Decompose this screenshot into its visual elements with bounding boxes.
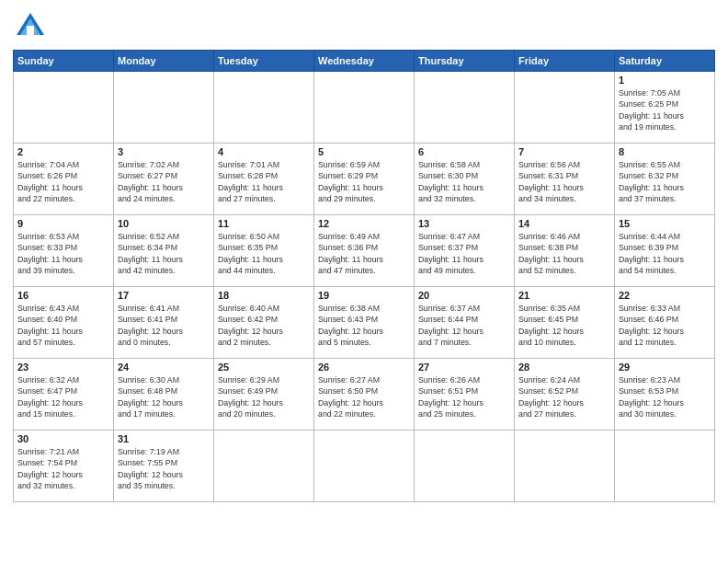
day-number: 8	[619, 146, 711, 157]
day-number: 6	[418, 146, 510, 157]
weekday-header-tuesday: Tuesday	[214, 51, 314, 72]
day-info: Sunrise: 7:21 AM Sunset: 7:54 PM Dayligh…	[17, 446, 109, 491]
day-number: 29	[619, 362, 711, 373]
day-number: 3	[118, 146, 210, 157]
day-info: Sunrise: 6:59 AM Sunset: 6:29 PM Dayligh…	[318, 159, 410, 204]
day-info: Sunrise: 7:05 AM Sunset: 6:25 PM Dayligh…	[619, 87, 711, 132]
day-info: Sunrise: 6:33 AM Sunset: 6:46 PM Dayligh…	[619, 303, 711, 348]
day-info: Sunrise: 6:52 AM Sunset: 6:34 PM Dayligh…	[118, 231, 210, 276]
day-info: Sunrise: 7:19 AM Sunset: 7:55 PM Dayligh…	[118, 446, 210, 491]
day-cell: 25Sunrise: 6:29 AM Sunset: 6:49 PM Dayli…	[214, 359, 314, 431]
day-number: 7	[518, 146, 610, 157]
day-number: 15	[619, 218, 711, 229]
day-info: Sunrise: 6:23 AM Sunset: 6:53 PM Dayligh…	[619, 374, 711, 419]
day-number: 25	[218, 362, 310, 373]
week-row-6: 30Sunrise: 7:21 AM Sunset: 7:54 PM Dayli…	[14, 431, 715, 502]
day-number: 31	[118, 433, 210, 444]
day-number: 13	[418, 218, 510, 229]
day-number: 12	[318, 218, 410, 229]
day-info: Sunrise: 6:55 AM Sunset: 6:32 PM Dayligh…	[619, 159, 711, 204]
week-row-3: 9Sunrise: 6:53 AM Sunset: 6:33 PM Daylig…	[14, 215, 715, 287]
day-cell: 11Sunrise: 6:50 AM Sunset: 6:35 PM Dayli…	[214, 215, 314, 287]
svg-rect-2	[27, 26, 34, 35]
day-number: 14	[518, 218, 610, 229]
day-cell: 2Sunrise: 7:04 AM Sunset: 6:26 PM Daylig…	[14, 144, 114, 215]
day-cell: 31Sunrise: 7:19 AM Sunset: 7:55 PM Dayli…	[114, 431, 214, 502]
day-cell: 22Sunrise: 6:33 AM Sunset: 6:46 PM Dayli…	[615, 287, 715, 359]
day-cell: 3Sunrise: 7:02 AM Sunset: 6:27 PM Daylig…	[114, 144, 214, 215]
day-info: Sunrise: 6:46 AM Sunset: 6:38 PM Dayligh…	[518, 231, 610, 276]
day-cell	[415, 431, 515, 502]
day-cell: 16Sunrise: 6:43 AM Sunset: 6:40 PM Dayli…	[14, 287, 114, 359]
day-number: 4	[218, 146, 310, 157]
day-info: Sunrise: 6:27 AM Sunset: 6:50 PM Dayligh…	[318, 374, 410, 419]
day-info: Sunrise: 6:37 AM Sunset: 6:44 PM Dayligh…	[418, 303, 510, 348]
day-info: Sunrise: 6:56 AM Sunset: 6:31 PM Dayligh…	[518, 159, 610, 204]
day-number: 19	[318, 290, 410, 301]
weekday-header-row: SundayMondayTuesdayWednesdayThursdayFrid…	[14, 51, 715, 72]
day-cell: 6Sunrise: 6:58 AM Sunset: 6:30 PM Daylig…	[415, 144, 515, 215]
day-info: Sunrise: 6:43 AM Sunset: 6:40 PM Dayligh…	[17, 303, 109, 348]
day-cell: 17Sunrise: 6:41 AM Sunset: 6:41 PM Dayli…	[114, 287, 214, 359]
day-number: 28	[518, 362, 610, 373]
day-info: Sunrise: 7:04 AM Sunset: 6:26 PM Dayligh…	[17, 159, 109, 204]
day-number: 27	[418, 362, 510, 373]
day-info: Sunrise: 6:35 AM Sunset: 6:45 PM Dayligh…	[518, 303, 610, 348]
day-cell: 23Sunrise: 6:32 AM Sunset: 6:47 PM Dayli…	[14, 359, 114, 431]
day-cell: 13Sunrise: 6:47 AM Sunset: 6:37 PM Dayli…	[415, 215, 515, 287]
day-cell	[615, 431, 715, 502]
day-info: Sunrise: 7:01 AM Sunset: 6:28 PM Dayligh…	[218, 159, 310, 204]
day-number: 11	[218, 218, 310, 229]
day-number: 21	[518, 290, 610, 301]
day-cell: 7Sunrise: 6:56 AM Sunset: 6:31 PM Daylig…	[515, 144, 615, 215]
day-cell: 12Sunrise: 6:49 AM Sunset: 6:36 PM Dayli…	[314, 215, 415, 287]
day-cell: 24Sunrise: 6:30 AM Sunset: 6:48 PM Dayli…	[114, 359, 214, 431]
day-cell: 19Sunrise: 6:38 AM Sunset: 6:43 PM Dayli…	[314, 287, 415, 359]
day-number: 24	[118, 362, 210, 373]
day-number: 26	[318, 362, 410, 373]
day-info: Sunrise: 6:24 AM Sunset: 6:52 PM Dayligh…	[518, 374, 610, 419]
day-info: Sunrise: 6:32 AM Sunset: 6:47 PM Dayligh…	[17, 374, 109, 419]
calendar-table: SundayMondayTuesdayWednesdayThursdayFrid…	[13, 50, 715, 502]
day-number: 30	[17, 433, 109, 444]
day-cell	[314, 72, 415, 144]
day-info: Sunrise: 6:30 AM Sunset: 6:48 PM Dayligh…	[118, 374, 210, 419]
weekday-header-sunday: Sunday	[14, 51, 114, 72]
day-number: 22	[619, 290, 711, 301]
day-cell: 20Sunrise: 6:37 AM Sunset: 6:44 PM Dayli…	[415, 287, 515, 359]
page: SundayMondayTuesdayWednesdayThursdayFrid…	[0, 0, 728, 563]
day-info: Sunrise: 6:41 AM Sunset: 6:41 PM Dayligh…	[118, 303, 210, 348]
day-cell	[114, 72, 214, 144]
day-cell	[415, 72, 515, 144]
day-cell	[515, 72, 615, 144]
week-row-4: 16Sunrise: 6:43 AM Sunset: 6:40 PM Dayli…	[14, 287, 715, 359]
logo	[13, 9, 53, 44]
day-cell: 28Sunrise: 6:24 AM Sunset: 6:52 PM Dayli…	[515, 359, 615, 431]
day-number: 10	[118, 218, 210, 229]
day-cell: 18Sunrise: 6:40 AM Sunset: 6:42 PM Dayli…	[214, 287, 314, 359]
day-number: 2	[17, 146, 109, 157]
day-number: 9	[17, 218, 109, 229]
day-cell: 8Sunrise: 6:55 AM Sunset: 6:32 PM Daylig…	[615, 144, 715, 215]
day-number: 23	[17, 362, 109, 373]
day-cell: 29Sunrise: 6:23 AM Sunset: 6:53 PM Dayli…	[615, 359, 715, 431]
day-info: Sunrise: 6:29 AM Sunset: 6:49 PM Dayligh…	[218, 374, 310, 419]
day-cell: 26Sunrise: 6:27 AM Sunset: 6:50 PM Dayli…	[314, 359, 415, 431]
day-number: 5	[318, 146, 410, 157]
day-info: Sunrise: 7:02 AM Sunset: 6:27 PM Dayligh…	[118, 159, 210, 204]
day-info: Sunrise: 6:26 AM Sunset: 6:51 PM Dayligh…	[418, 374, 510, 419]
day-number: 20	[418, 290, 510, 301]
week-row-2: 2Sunrise: 7:04 AM Sunset: 6:26 PM Daylig…	[14, 144, 715, 215]
day-cell: 9Sunrise: 6:53 AM Sunset: 6:33 PM Daylig…	[14, 215, 114, 287]
weekday-header-monday: Monday	[114, 51, 214, 72]
day-cell: 4Sunrise: 7:01 AM Sunset: 6:28 PM Daylig…	[214, 144, 314, 215]
weekday-header-friday: Friday	[515, 51, 615, 72]
day-cell	[14, 72, 114, 144]
logo-icon	[13, 9, 48, 44]
day-number: 1	[619, 75, 711, 86]
day-cell: 27Sunrise: 6:26 AM Sunset: 6:51 PM Dayli…	[415, 359, 515, 431]
week-row-5: 23Sunrise: 6:32 AM Sunset: 6:47 PM Dayli…	[14, 359, 715, 431]
day-cell: 21Sunrise: 6:35 AM Sunset: 6:45 PM Dayli…	[515, 287, 615, 359]
day-cell	[314, 431, 415, 502]
header	[13, 9, 715, 44]
